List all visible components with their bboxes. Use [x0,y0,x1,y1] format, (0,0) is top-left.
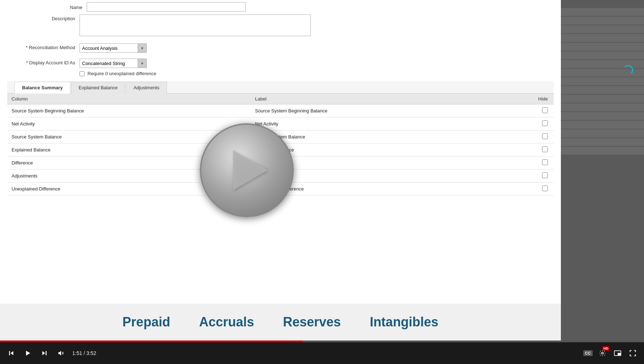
time-display: 1:51 / 3:52 [72,350,96,356]
reconciliation-method-select-wrapper[interactable]: Account Analysis ▼ [80,43,147,53]
miniscreen-icon [614,350,621,356]
table-cell-column: Net Activity [7,117,251,130]
sidebar-line-15 [561,129,644,137]
name-row: Name [7,0,554,12]
tabs-container: Balance Summary Explained Balance Adjust… [7,81,554,94]
display-account-id-label: * Display Account ID As [7,59,80,65]
display-account-id-select[interactable]: Concatenated String [80,60,138,67]
sidebar-line-1 [561,8,644,16]
right-controls: CC HD [583,348,638,359]
svg-marker-0 [10,351,13,355]
hd-badge: HD [602,346,609,351]
video-content: Name Description * Reconciliation Method… [0,0,561,341]
svg-point-6 [602,352,604,354]
require-zero-checkbox[interactable] [80,71,85,76]
reconciliation-method-row: * Reconciliation Method Account Analysis… [7,40,554,53]
play-button-overlay[interactable] [200,123,294,217]
tab-explained-balance[interactable]: Explained Balance [71,82,125,94]
time-separator: / [83,350,86,356]
require-zero-label: Require 0 unexplained difference [87,71,156,76]
skip-forward-icon [41,350,48,357]
name-input[interactable] [87,2,246,12]
skip-back-icon [8,350,15,357]
right-sidebar [561,0,644,341]
total-time: 3:52 [86,350,96,356]
display-account-id-select-wrapper[interactable]: Concatenated String ▼ [80,59,147,68]
hide-header: Hide [494,94,554,104]
sidebar-line-6 [561,51,644,59]
table-cell-hide [494,144,554,157]
table-cell-hide [494,157,554,170]
hide-checkbox[interactable] [542,159,548,165]
table-cell-hide [494,104,554,117]
reconciliation-method-select[interactable]: Account Analysis [80,44,138,52]
progress-bar-fill [0,341,303,342]
category-footer: Prepaid Accruals Reserves Intangibles [0,304,561,341]
display-account-id-dropdown-btn[interactable]: ▼ [138,59,146,68]
sidebar-line-5 [561,43,644,51]
settings-btn-wrapper: HD [597,348,608,359]
video-progress-bar[interactable] [0,341,644,342]
hide-checkbox[interactable] [542,120,548,126]
video-wrapper: Name Description * Reconciliation Method… [0,0,644,341]
column-header: Column [7,94,251,104]
require-zero-row: Require 0 unexplained difference [7,71,554,76]
category-reserves[interactable]: Reserves [283,314,341,330]
sidebar-line-2 [561,17,644,25]
svg-marker-2 [26,351,30,355]
sidebar-line-3 [561,25,644,33]
svg-rect-8 [618,353,621,355]
description-textarea[interactable] [80,14,311,36]
table-header-row: Column Label Hide [7,94,554,104]
sidebar-line-9 [561,77,644,85]
fullscreen-icon [629,350,636,357]
svg-rect-4 [46,351,46,355]
hide-checkbox[interactable] [542,107,548,113]
label-header: Label [251,94,494,104]
skip-forward-button[interactable] [39,348,50,359]
tab-adjustments[interactable]: Adjustments [126,82,167,94]
svg-marker-3 [42,351,45,355]
table-row: Source System Beginning BalanceSource Sy… [7,104,554,117]
table-cell-hide [494,130,554,144]
name-label: Name [14,4,87,10]
svg-marker-5 [59,351,61,355]
table-cell-label: Source System Balance [251,130,494,144]
description-row: Description [7,12,554,36]
skip-back-button[interactable] [6,348,17,359]
table-cell-label: Source System Beginning Balance [251,104,494,117]
cc-button[interactable]: CC [583,350,593,356]
table-row: Net ActivityNet Activity [7,117,554,130]
display-account-id-row: * Display Account ID As Concatenated Str… [7,56,554,68]
settings-button[interactable]: HD [597,348,608,359]
sidebar-line-14 [561,121,644,129]
volume-button[interactable] [56,348,66,359]
hide-checkbox[interactable] [542,172,548,178]
category-intangibles[interactable]: Intangibles [370,314,438,330]
play-pause-button[interactable] [22,348,33,359]
video-controls: 1:51 / 3:52 CC HD [0,342,644,364]
sidebar-line-10 [561,86,644,94]
description-label: Description [7,14,80,21]
category-prepaid[interactable]: Prepaid [123,314,170,330]
fullscreen-button[interactable] [627,348,638,359]
miniscreen-button[interactable] [612,348,623,359]
sidebar-line-17 [561,147,644,155]
tab-balance-summary[interactable]: Balance Summary [14,82,70,94]
sidebar-line-12 [561,103,644,111]
table-cell-hide [494,117,554,130]
sidebar-lines [561,0,644,155]
hide-checkbox[interactable] [542,146,548,152]
gear-icon [599,350,606,357]
reconciliation-method-dropdown-btn[interactable]: ▼ [138,44,146,52]
table-cell-label: Net Activity [251,117,494,130]
play-icon [24,350,31,357]
sidebar-line-16 [561,138,644,146]
category-accruals[interactable]: Accruals [199,314,254,330]
table-cell-column: Source System Beginning Balance [7,104,251,117]
hide-checkbox[interactable] [542,133,548,139]
reconciliation-method-label: * Reconciliation Method [7,43,80,50]
loading-spinner-icon [623,65,633,75]
sidebar-line-4 [561,34,644,42]
hide-checkbox[interactable] [542,185,548,191]
